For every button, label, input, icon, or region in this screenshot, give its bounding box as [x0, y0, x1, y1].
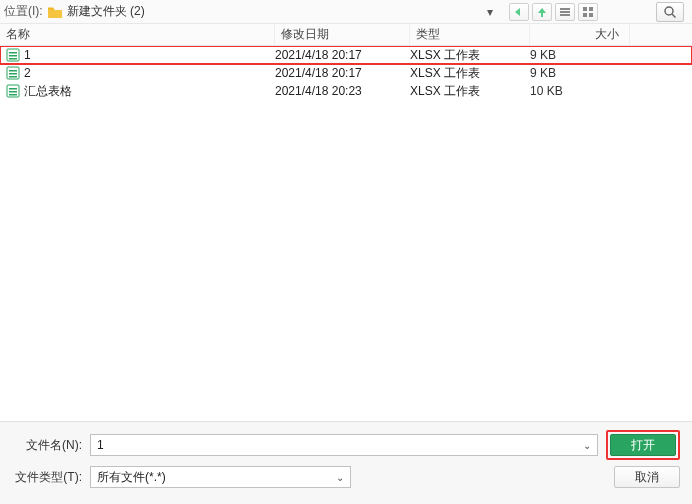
up-icon[interactable]: [532, 3, 552, 21]
filename-row: 文件名(N): 1 ⌄ 打开: [12, 432, 680, 458]
svg-rect-0: [560, 8, 570, 10]
filename-label: 文件名(N):: [12, 437, 82, 454]
file-type: XLSX 工作表: [410, 83, 530, 100]
file-name-cell: 汇总表格: [0, 83, 275, 100]
file-row[interactable]: 22021/4/18 20:17XLSX 工作表9 KB: [0, 64, 692, 82]
svg-rect-20: [9, 94, 17, 96]
col-header-name[interactable]: 名称: [0, 24, 275, 45]
file-type: XLSX 工作表: [410, 65, 530, 82]
file-date: 2021/4/18 20:17: [275, 66, 410, 80]
file-date: 2021/4/18 20:17: [275, 48, 410, 62]
svg-rect-1: [560, 11, 570, 13]
path-dropdown[interactable]: ▾: [479, 5, 501, 19]
filetype-row: 文件类型(T): 所有文件(*.*) ⌄ 取消: [12, 464, 680, 490]
location-label: 位置(I):: [4, 3, 43, 20]
filetype-label: 文件类型(T):: [12, 469, 82, 486]
chevron-down-icon[interactable]: ⌄: [583, 440, 591, 451]
file-row[interactable]: 12021/4/18 20:17XLSX 工作表9 KB: [0, 46, 692, 64]
xlsx-file-icon: [6, 84, 20, 98]
svg-point-7: [665, 7, 673, 15]
toolbar-icons: [509, 3, 598, 21]
folder-icon: [47, 5, 63, 19]
svg-rect-18: [9, 88, 17, 90]
svg-rect-6: [589, 13, 593, 17]
svg-rect-10: [9, 52, 17, 54]
svg-rect-15: [9, 73, 17, 75]
svg-rect-5: [583, 13, 587, 17]
svg-rect-12: [9, 58, 17, 60]
path-text: 新建文件夹 (2): [67, 3, 475, 20]
svg-line-8: [672, 14, 676, 18]
svg-rect-16: [9, 76, 17, 78]
file-type: XLSX 工作表: [410, 47, 530, 64]
search-icon[interactable]: [656, 2, 684, 22]
file-list: 12021/4/18 20:17XLSX 工作表9 KB22021/4/18 2…: [0, 46, 692, 434]
svg-rect-3: [583, 7, 587, 11]
file-name: 2: [24, 66, 31, 80]
col-header-date[interactable]: 修改日期: [275, 24, 410, 45]
location-bar: 位置(I): 新建文件夹 (2) ▾: [0, 0, 692, 24]
svg-rect-14: [9, 70, 17, 72]
list-header: 名称 修改日期 类型 大小: [0, 24, 692, 46]
cancel-button[interactable]: 取消: [614, 466, 680, 488]
open-button[interactable]: 打开: [610, 434, 676, 456]
file-name-cell: 2: [0, 66, 275, 80]
bottom-panel: 文件名(N): 1 ⌄ 打开 文件类型(T): 所有文件(*.*) ⌄ 取消: [0, 421, 692, 504]
file-date: 2021/4/18 20:23: [275, 84, 410, 98]
filetype-select[interactable]: 所有文件(*.*) ⌄: [90, 466, 351, 488]
view-grid-icon[interactable]: [578, 3, 598, 21]
filename-value: 1: [97, 438, 104, 452]
file-row[interactable]: 汇总表格2021/4/18 20:23XLSX 工作表10 KB: [0, 82, 692, 100]
col-header-size[interactable]: 大小: [530, 24, 630, 45]
file-size: 10 KB: [530, 84, 630, 98]
open-button-highlight: 打开: [606, 430, 680, 460]
col-header-type[interactable]: 类型: [410, 24, 530, 45]
xlsx-file-icon: [6, 48, 20, 62]
xlsx-file-icon: [6, 66, 20, 80]
svg-rect-2: [560, 14, 570, 16]
file-size: 9 KB: [530, 66, 630, 80]
svg-rect-11: [9, 55, 17, 57]
filetype-value: 所有文件(*.*): [97, 469, 166, 486]
chevron-down-icon[interactable]: ⌄: [336, 472, 344, 483]
file-name: 汇总表格: [24, 83, 72, 100]
back-icon[interactable]: [509, 3, 529, 21]
view-list-icon[interactable]: [555, 3, 575, 21]
file-name-cell: 1: [0, 48, 275, 62]
filename-input[interactable]: 1 ⌄: [90, 434, 598, 456]
file-size: 9 KB: [530, 48, 630, 62]
svg-rect-4: [589, 7, 593, 11]
svg-rect-19: [9, 91, 17, 93]
file-name: 1: [24, 48, 31, 62]
